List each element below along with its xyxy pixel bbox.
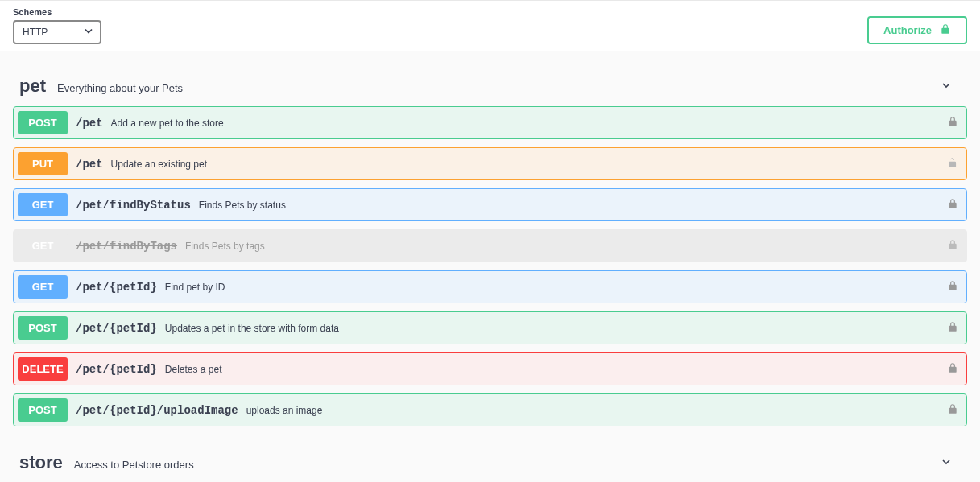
lock-icon[interactable] xyxy=(947,239,958,253)
schemes-select-wrap: HTTP xyxy=(13,20,101,44)
content-area: pet Everything about your Pets POST /pet… xyxy=(0,51,980,482)
tag-description: Access to Petstore orders xyxy=(74,459,194,471)
operation-path: /pet/{petId}/uploadImage xyxy=(76,404,238,417)
lock-icon[interactable] xyxy=(947,362,958,376)
operation-row[interactable]: POST /pet/{petId}/uploadImage uploads an… xyxy=(13,393,967,426)
schemes-select[interactable]: HTTP xyxy=(13,20,101,44)
tag-header-pet[interactable]: pet Everything about your Pets xyxy=(13,71,967,106)
operation-path: /pet/{petId} xyxy=(76,281,157,294)
operation-summary: Updates a pet in the store with form dat… xyxy=(165,323,339,334)
operation-path: /pet/findByTags xyxy=(76,240,177,253)
method-badge: POST xyxy=(18,111,68,134)
operation-row[interactable]: GET /pet/findByStatus Finds Pets by stat… xyxy=(13,188,967,221)
method-badge: PUT xyxy=(18,152,68,175)
lock-icon[interactable] xyxy=(947,116,958,130)
method-badge: GET xyxy=(18,275,68,299)
method-badge: DELETE xyxy=(18,357,68,381)
operation-summary: uploads an image xyxy=(246,405,323,416)
operation-row[interactable]: POST /pet/{petId} Updates a pet in the s… xyxy=(13,311,967,344)
operation-row[interactable]: PUT /pet Update an existing pet xyxy=(13,147,967,180)
lock-icon[interactable] xyxy=(947,198,958,212)
operation-row[interactable]: POST /pet Add a new pet to the store xyxy=(13,106,967,139)
operation-row-deprecated[interactable]: GET /pet/findByTags Finds Pets by tags xyxy=(13,229,967,262)
lock-icon[interactable] xyxy=(947,321,958,335)
operation-path: /pet xyxy=(76,158,103,171)
schemes-section: Schemes HTTP xyxy=(13,7,101,44)
authorize-label: Authorize xyxy=(883,24,932,36)
tag-name: store xyxy=(19,452,63,473)
tag-header-left: store Access to Petstore orders xyxy=(19,452,194,473)
operation-path: /pet xyxy=(76,117,103,130)
chevron-down-icon xyxy=(940,455,953,471)
chevron-down-icon xyxy=(940,79,953,94)
method-badge: GET xyxy=(18,193,68,216)
schemes-label: Schemes xyxy=(13,7,101,17)
method-badge: POST xyxy=(18,316,68,340)
operation-summary: Update an existing pet xyxy=(111,159,207,170)
tag-header-store[interactable]: store Access to Petstore orders xyxy=(13,447,967,482)
top-bar: Schemes HTTP Authorize xyxy=(0,0,980,51)
lock-icon xyxy=(940,23,951,37)
operation-summary: Find pet by ID xyxy=(165,282,225,293)
tag-name: pet xyxy=(19,76,46,97)
operation-path: /pet/{petId} xyxy=(76,363,157,376)
operation-row[interactable]: DELETE /pet/{petId} Deletes a pet xyxy=(13,352,967,385)
operation-path: /pet/findByStatus xyxy=(76,199,191,212)
operation-summary: Deletes a pet xyxy=(165,364,222,375)
unlock-icon[interactable] xyxy=(947,157,958,171)
lock-icon[interactable] xyxy=(947,403,958,417)
operation-path: /pet/{petId} xyxy=(76,322,157,335)
operations-list-pet: POST /pet Add a new pet to the store PUT… xyxy=(13,106,967,426)
method-badge: GET xyxy=(18,234,68,257)
lock-icon[interactable] xyxy=(947,280,958,294)
tag-description: Everything about your Pets xyxy=(57,82,183,94)
operation-row[interactable]: GET /pet/{petId} Find pet by ID xyxy=(13,270,967,303)
method-badge: POST xyxy=(18,398,68,422)
operation-summary: Finds Pets by status xyxy=(199,200,286,211)
operation-summary: Finds Pets by tags xyxy=(185,241,265,252)
tag-header-left: pet Everything about your Pets xyxy=(19,76,183,97)
authorize-button[interactable]: Authorize xyxy=(867,16,967,44)
operation-summary: Add a new pet to the store xyxy=(111,117,224,129)
